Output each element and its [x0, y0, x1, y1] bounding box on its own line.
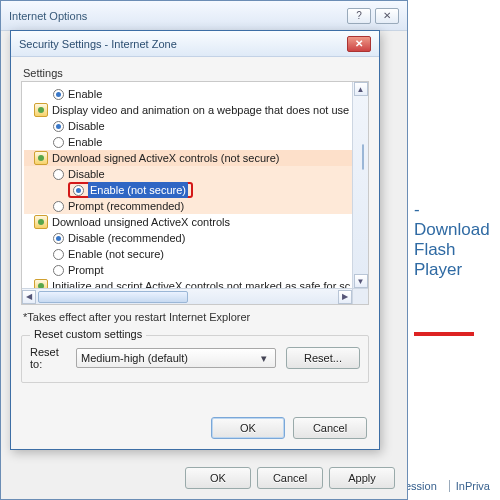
- opt-disable[interactable]: Disable: [68, 118, 105, 134]
- dialog-buttons: OK Cancel: [21, 407, 369, 441]
- close-icon[interactable]: ✕: [347, 36, 371, 52]
- close-button[interactable]: ✕: [375, 8, 399, 24]
- radio-icon[interactable]: [53, 89, 64, 100]
- scroll-right-icon[interactable]: ▶: [338, 290, 352, 304]
- reset-button[interactable]: Reset...: [286, 347, 360, 369]
- scroll-up-icon[interactable]: ▲: [354, 82, 368, 96]
- opt-enable-prev[interactable]: Enable: [68, 86, 102, 102]
- io-ok-button[interactable]: OK: [185, 467, 251, 489]
- opt-enable-not-secure[interactable]: Enable (not secure): [68, 246, 164, 262]
- radio-icon[interactable]: [53, 249, 64, 260]
- download-headline: - Download Flash Player: [414, 200, 494, 280]
- cat-download-signed[interactable]: Download signed ActiveX controls (not se…: [52, 150, 279, 166]
- opt-prompt-recommended[interactable]: Prompt (recommended): [68, 198, 184, 214]
- opt-disable[interactable]: Disable: [68, 166, 105, 182]
- reset-to-label: Reset to:: [30, 346, 66, 370]
- opt-disable-recommended[interactable]: Disable (recommended): [68, 230, 185, 246]
- category-icon: [34, 151, 48, 165]
- security-settings-title: Security Settings - Internet Zone: [19, 38, 177, 50]
- cancel-button[interactable]: Cancel: [293, 417, 367, 439]
- scroll-left-icon[interactable]: ◀: [22, 290, 36, 304]
- scroll-corner: [352, 288, 368, 304]
- reset-legend: Reset custom settings: [30, 328, 146, 340]
- browser-background: - Download Flash Player: [408, 30, 500, 500]
- radio-icon[interactable]: [53, 137, 64, 148]
- io-cancel-button[interactable]: Cancel: [257, 467, 323, 489]
- red-underline: [414, 326, 474, 336]
- scroll-thumb[interactable]: [362, 144, 364, 170]
- opt-enable-not-secure[interactable]: Enable (not secure): [88, 182, 188, 198]
- internet-options-title: Internet Options: [9, 10, 87, 22]
- ok-button[interactable]: OK: [211, 417, 285, 439]
- security-settings-dialog: Security Settings - Internet Zone ✕ Sett…: [10, 30, 380, 450]
- dl-line1: - Download: [414, 200, 490, 239]
- category-icon: [34, 103, 48, 117]
- chevron-down-icon: ▾: [257, 352, 271, 365]
- reset-custom-group: Reset custom settings Reset to: Medium-h…: [21, 335, 369, 383]
- horizontal-scrollbar[interactable]: ◀ ▶: [22, 288, 352, 304]
- settings-label: Settings: [23, 67, 369, 79]
- help-button[interactable]: ?: [347, 8, 371, 24]
- internet-options-titlebar: Internet Options ? ✕: [1, 1, 407, 31]
- radio-icon[interactable]: [53, 121, 64, 132]
- radio-icon[interactable]: [53, 201, 64, 212]
- scroll-track[interactable]: [36, 290, 338, 304]
- dl-line2: Flash Player: [414, 240, 462, 279]
- restart-note: *Takes effect after you restart Internet…: [23, 311, 367, 323]
- vertical-scrollbar[interactable]: ▲ ▼: [352, 82, 368, 288]
- security-settings-titlebar: Security Settings - Internet Zone ✕: [11, 31, 379, 57]
- radio-icon[interactable]: [73, 185, 84, 196]
- settings-tree: Enable Display video and animation on a …: [21, 81, 369, 305]
- cat-download-unsigned[interactable]: Download unsigned ActiveX controls: [52, 214, 230, 230]
- highlighted-option[interactable]: Enable (not secure): [68, 182, 193, 198]
- io-apply-button[interactable]: Apply: [329, 467, 395, 489]
- opt-enable[interactable]: Enable: [68, 134, 102, 150]
- category-icon: [34, 215, 48, 229]
- footer-inprivate[interactable]: InPriva: [449, 480, 496, 492]
- radio-icon[interactable]: [53, 233, 64, 244]
- reset-level-combo[interactable]: Medium-high (default) ▾: [76, 348, 276, 368]
- cat-display-video[interactable]: Display video and animation on a webpage…: [52, 102, 349, 118]
- radio-icon[interactable]: [53, 169, 64, 180]
- reset-combo-value: Medium-high (default): [81, 352, 188, 364]
- scroll-thumb[interactable]: [38, 291, 188, 303]
- opt-prompt[interactable]: Prompt: [68, 262, 103, 278]
- internet-options-buttons: OK Cancel Apply: [1, 467, 407, 489]
- scroll-down-icon[interactable]: ▼: [354, 274, 368, 288]
- radio-icon[interactable]: [53, 265, 64, 276]
